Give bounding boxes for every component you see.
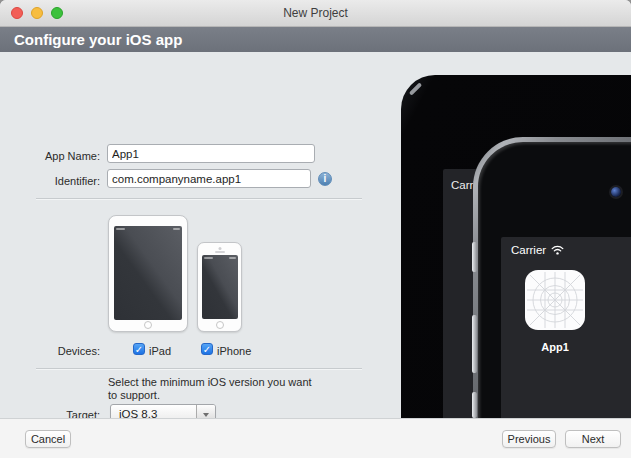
status-mark	[204, 257, 213, 259]
carrier-status-text: Carrier	[511, 244, 546, 256]
iphone-checkbox-label[interactable]: iPhone	[217, 345, 251, 357]
foreground-iphone-mockup: Carrier	[473, 137, 631, 418]
title-bar: New Project	[0, 0, 631, 27]
ipad-home-button-icon	[144, 321, 152, 329]
wizard-header: Configure your iOS app	[0, 27, 631, 52]
ipad-screen	[114, 226, 182, 320]
cancel-button[interactable]: Cancel	[25, 430, 71, 448]
iphone-camera-icon	[218, 247, 221, 250]
device-preview-panel: Carrier Carrier	[373, 52, 631, 418]
next-button[interactable]: Next	[565, 430, 621, 448]
ipad-checkbox-label[interactable]: iPad	[149, 345, 171, 357]
chevron-down-icon	[203, 413, 209, 417]
form-panel: App Name: Identifier: i	[0, 52, 373, 418]
iphone-checkbox[interactable]: ✓	[201, 343, 213, 355]
new-project-window: New Project Configure your iOS app App N…	[0, 0, 631, 458]
identifier-input[interactable]	[107, 169, 311, 188]
volume-button-icon	[472, 315, 477, 373]
iphone-screen	[202, 255, 238, 319]
app-name-label: App Name:	[0, 150, 100, 162]
volume-button-icon	[472, 392, 477, 418]
default-app-icon	[525, 270, 585, 330]
wifi-icon	[551, 245, 564, 255]
antenna-line	[409, 82, 422, 95]
foreground-iphone-screen: Carrier	[501, 237, 631, 418]
devices-label: Devices:	[0, 345, 100, 357]
app-name-input[interactable]	[107, 144, 315, 163]
foreground-iphone-bezel: Carrier	[478, 142, 631, 418]
footer-bar: Cancel Previous Next	[0, 418, 631, 458]
content-area: App Name: Identifier: i	[0, 52, 631, 418]
previous-button[interactable]: Previous	[502, 430, 556, 448]
target-help-text: Select the minimum iOS version you want …	[108, 376, 313, 402]
app-icon-label: App1	[525, 341, 585, 353]
page-title: Configure your iOS app	[0, 27, 631, 52]
window-title: New Project	[0, 6, 631, 20]
iphone-speaker-icon	[215, 251, 225, 254]
separator	[36, 198, 362, 199]
front-camera-icon	[611, 187, 621, 197]
identifier-label: Identifier:	[0, 175, 100, 187]
status-mark	[173, 228, 180, 230]
ipad-checkbox[interactable]: ✓	[133, 343, 145, 355]
iphone-home-button-icon	[216, 321, 224, 329]
volume-button-icon	[472, 242, 477, 272]
status-mark	[116, 228, 125, 230]
status-mark	[229, 257, 236, 259]
iphone-image	[197, 242, 242, 332]
info-icon[interactable]: i	[318, 172, 332, 186]
separator	[36, 368, 362, 369]
ipad-image	[108, 215, 188, 332]
